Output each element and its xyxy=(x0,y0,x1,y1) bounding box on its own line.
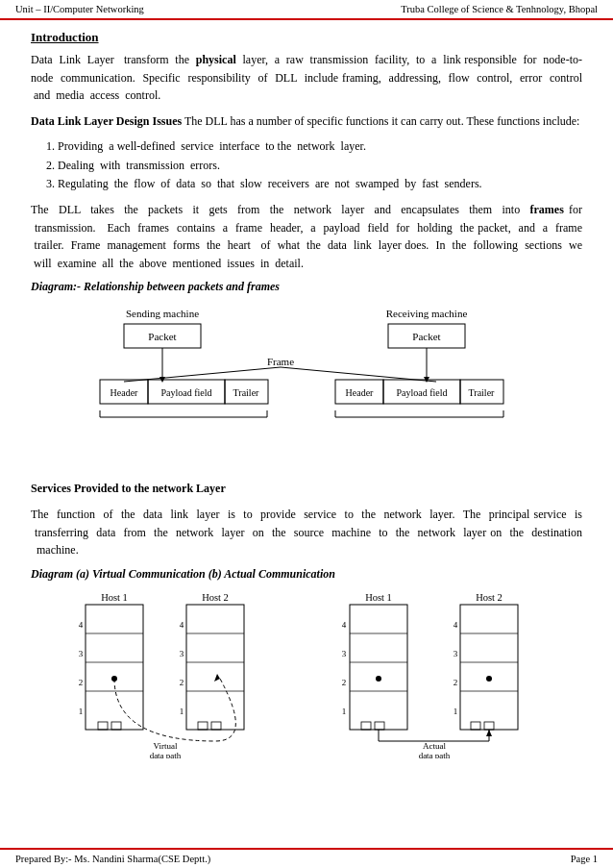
svg-text:Payload field: Payload field xyxy=(160,387,211,398)
svg-text:Trailer: Trailer xyxy=(469,387,496,398)
list-item-1: Providing a well-defined service interfa… xyxy=(58,137,582,156)
svg-rect-57 xyxy=(350,605,407,730)
svg-point-86 xyxy=(111,676,117,682)
svg-text:2: 2 xyxy=(454,678,458,687)
svg-marker-51 xyxy=(214,674,220,682)
svg-text:Receiving machine: Receiving machine xyxy=(386,308,468,319)
svg-text:Host 1: Host 1 xyxy=(101,592,128,603)
svg-text:4: 4 xyxy=(79,620,84,630)
svg-rect-31 xyxy=(86,605,143,730)
svg-text:Virtual: Virtual xyxy=(154,741,178,751)
diagram1-container: Sending machine Receiving machine Packet… xyxy=(31,300,582,468)
svg-rect-47 xyxy=(98,722,108,730)
design-issues-text: The DLL has a number of specific functio… xyxy=(182,114,579,128)
svg-text:Trailer: Trailer xyxy=(233,387,260,398)
frames-para: The DLL takes the packets it gets from t… xyxy=(31,201,582,272)
virtual-actual-diagram: Host 1 Host 2 4 3 2 1 4 3 2 1 xyxy=(61,587,552,758)
services-title: Services Provided to the network Layer xyxy=(31,482,226,495)
svg-text:2: 2 xyxy=(180,678,184,687)
svg-rect-49 xyxy=(198,722,208,730)
svg-text:1: 1 xyxy=(454,707,458,716)
svg-text:Frame: Frame xyxy=(267,356,294,367)
svg-text:3: 3 xyxy=(79,649,84,658)
header-left: Unit – II/Computer Networking xyxy=(15,4,144,14)
svg-text:Header: Header xyxy=(110,387,139,398)
svg-text:3: 3 xyxy=(180,649,184,658)
design-issues-label: Data Link Layer Design Issues xyxy=(31,114,182,128)
svg-text:Payload field: Payload field xyxy=(396,387,447,398)
svg-text:4: 4 xyxy=(454,620,458,630)
svg-text:Host 2: Host 2 xyxy=(202,592,229,603)
svg-text:Packet: Packet xyxy=(148,331,176,342)
diagram2-label: Diagram (a) Virtual Communication (b) Ac… xyxy=(31,567,582,582)
svg-point-85 xyxy=(486,676,492,682)
svg-text:Actual: Actual xyxy=(423,741,446,751)
svg-rect-50 xyxy=(211,722,221,730)
svg-text:Host 1: Host 1 xyxy=(365,592,392,603)
svg-text:2: 2 xyxy=(342,678,347,687)
svg-text:3: 3 xyxy=(454,649,458,658)
services-para: The function of the data link layer is t… xyxy=(31,506,582,559)
svg-point-84 xyxy=(376,676,381,682)
main-content: Introduction Data Link Layer transform t… xyxy=(0,20,613,818)
services-title-para: Services Provided to the network Layer xyxy=(31,480,582,498)
diagram1-label: Diagram:- Relationship between packets a… xyxy=(31,280,582,294)
footer-bar: Prepared By:- Ms. Nandini Sharma(CSE Dep… xyxy=(0,848,613,868)
svg-text:1: 1 xyxy=(342,707,347,716)
physical-word: physical xyxy=(196,53,236,66)
intro-title: Introduction xyxy=(31,30,582,45)
svg-rect-32 xyxy=(186,605,244,730)
svg-marker-80 xyxy=(486,730,492,736)
design-issues-list: Providing a well-defined service interfa… xyxy=(31,137,582,193)
list-item-2: Dealing with transmission errors. xyxy=(58,157,582,175)
footer-right: Page 1 xyxy=(571,854,598,864)
list-item-3: Regulating the flow of data so that slow… xyxy=(58,175,582,193)
page: Unit – II/Computer Networking Truba Coll… xyxy=(0,0,613,868)
diagram2-container: Host 1 Host 2 4 3 2 1 4 3 2 1 xyxy=(31,587,582,758)
svg-text:1: 1 xyxy=(79,707,84,716)
svg-text:1: 1 xyxy=(180,707,184,716)
svg-text:3: 3 xyxy=(342,649,347,658)
svg-text:Sending machine: Sending machine xyxy=(126,308,199,319)
frames-word: frames xyxy=(530,203,564,216)
svg-rect-58 xyxy=(460,605,518,730)
svg-text:4: 4 xyxy=(180,620,184,630)
svg-rect-76 xyxy=(484,722,494,730)
svg-text:2: 2 xyxy=(79,678,84,687)
intro-para1: Data Link Layer transform the physical l… xyxy=(31,51,582,105)
svg-text:data path: data path xyxy=(150,751,182,758)
svg-rect-48 xyxy=(111,722,121,730)
svg-text:Header: Header xyxy=(346,387,375,398)
svg-rect-73 xyxy=(361,722,371,730)
design-issues-para: Data Link Layer Design Issues The DLL ha… xyxy=(31,112,582,131)
svg-text:4: 4 xyxy=(342,620,347,630)
svg-text:data path: data path xyxy=(419,751,451,758)
packets-frames-diagram: Sending machine Receiving machine Packet… xyxy=(71,300,542,468)
svg-rect-75 xyxy=(471,722,480,730)
header-right: Truba College of Science & Tenhnology, B… xyxy=(401,4,598,14)
svg-text:Host 2: Host 2 xyxy=(476,592,503,603)
svg-text:Packet: Packet xyxy=(412,331,440,342)
footer-left: Prepared By:- Ms. Nandini Sharma(CSE Dep… xyxy=(15,854,210,864)
header-bar: Unit – II/Computer Networking Truba Coll… xyxy=(0,0,613,20)
svg-rect-74 xyxy=(375,722,384,730)
